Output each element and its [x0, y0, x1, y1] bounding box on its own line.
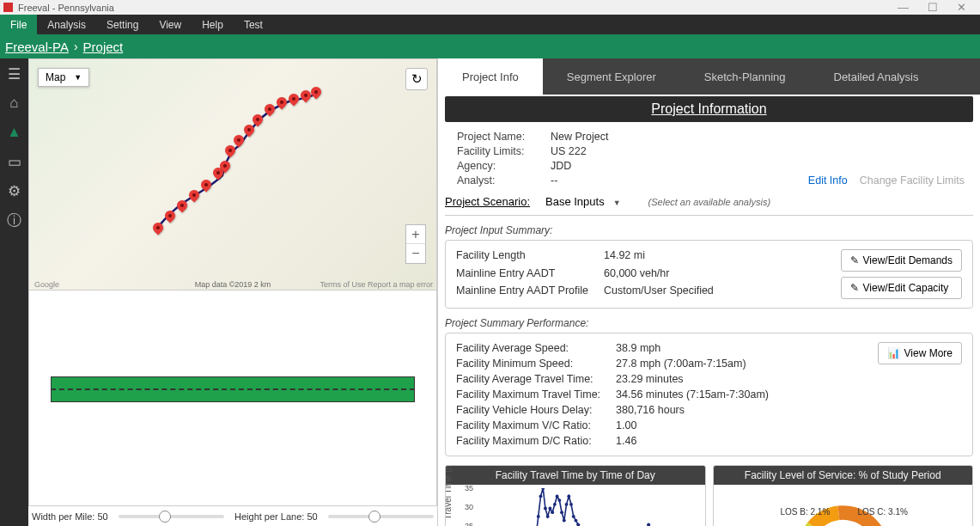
breadcrumb-page[interactable]: Project — [83, 40, 124, 54]
kv-label: Facility Average Speed: — [456, 342, 600, 354]
kv-label: Facility Vehicle Hours Delay: — [456, 404, 600, 416]
svg-point-42 — [569, 503, 573, 506]
chevron-down-icon: ▼ — [74, 73, 82, 82]
kv-value: 34.56 minutes (7:15am-7:30am) — [616, 388, 769, 401]
view-more-button[interactable]: 📊View More — [878, 342, 962, 364]
donut-label: LOS B: 2.1% — [781, 507, 831, 517]
minimize-icon[interactable]: — — [898, 1, 909, 14]
width-slider[interactable] — [119, 515, 224, 518]
svg-point-31 — [544, 507, 547, 511]
facility-diagram[interactable] — [28, 291, 437, 506]
agency-value: JDD — [551, 160, 796, 172]
kv-value: 23.29 minutes — [616, 373, 769, 385]
svg-point-28 — [537, 515, 540, 518]
width-label: Width per Mile: 50 — [32, 511, 108, 522]
chart-icon: 📊 — [887, 347, 900, 359]
kv-label: Mainline Entry AADT Profile — [456, 284, 588, 299]
edit-icon: ✎ — [850, 282, 859, 294]
map-scale: Map data ©2019 2 km — [195, 280, 271, 289]
map-mode-select[interactable]: Map▼ — [38, 68, 89, 87]
zoom-in-button[interactable]: + — [406, 225, 425, 244]
travel-time-chart: Facility Travel Time by Time of Day 1520… — [445, 465, 706, 526]
menu-setting[interactable]: Setting — [96, 15, 149, 34]
kv-value: 380,716 hours — [616, 404, 769, 416]
chevron-right-icon: › — [74, 40, 78, 53]
map-icon[interactable]: ▭ — [6, 153, 23, 170]
svg-point-36 — [556, 494, 559, 498]
titlebar: Freeval - Pennsylvania — ☐ ✕ — [0, 0, 980, 15]
kv-value: 60,000 veh/hr — [604, 267, 714, 282]
road-icon[interactable]: ▲ — [6, 124, 23, 141]
svg-point-75 — [647, 523, 650, 526]
svg-point-29 — [539, 494, 543, 498]
svg-point-30 — [541, 488, 545, 490]
kv-value: 1.00 — [616, 419, 769, 431]
svg-point-41 — [567, 494, 570, 498]
kv-label: Facility Maximum Travel Time: — [456, 388, 600, 401]
menu-analysis[interactable]: Analysis — [37, 15, 96, 34]
analyst-label: Analyst: — [457, 174, 539, 187]
svg-point-32 — [546, 515, 550, 518]
los-chart: Facility Level of Service: % of Study Pe… — [713, 465, 974, 526]
map[interactable]: Map▼ ↻ + − Google Map data ©2019 2 km Te… — [28, 58, 437, 291]
menu-file[interactable]: File — [0, 15, 37, 34]
view-capacity-button[interactable]: ✎View/Edit Capacity — [841, 277, 963, 299]
info-icon[interactable]: ⓘ — [6, 211, 23, 229]
kv-value: 1.46 — [616, 435, 769, 447]
kv-value: Custom/User Specified — [604, 284, 714, 299]
home-icon[interactable]: ⌂ — [6, 95, 23, 112]
svg-point-38 — [560, 511, 563, 514]
app-logo — [3, 3, 13, 12]
svg-point-40 — [565, 503, 569, 506]
svg-point-37 — [557, 498, 561, 502]
kv-label: Facility Length — [456, 249, 588, 264]
maximize-icon[interactable]: ☐ — [928, 1, 938, 14]
agency-label: Agency: — [457, 160, 539, 172]
zoom-out-button[interactable]: − — [406, 244, 425, 263]
tabs: Project Info Segment Explorer Sketch-Pla… — [438, 58, 980, 95]
map-terms[interactable]: Terms of Use Report a map error — [320, 280, 433, 289]
page-title: Project Information — [445, 96, 973, 122]
project-name-label: Project Name: — [457, 131, 539, 143]
scenario-label: Project Scenario: — [445, 195, 530, 208]
diagram-sliders: Width per Mile: 50 Height per Lane: 50 — [28, 506, 437, 526]
kv-label: Facility Maximum D/C Ratio: — [456, 435, 600, 447]
kv-label: Mainline Entry AADT — [456, 267, 588, 282]
breadcrumb-root[interactable]: Freeval-PA — [5, 40, 69, 54]
scenario-hint: (Select an available analysis) — [648, 197, 770, 207]
kv-value: 27.8 mph (7:00am-7:15am) — [616, 358, 769, 370]
menu-view[interactable]: View — [149, 15, 192, 34]
analyst-value: -- — [551, 174, 796, 187]
window-title: Freeval - Pennsylvania — [18, 3, 114, 13]
close-icon[interactable]: ✕ — [957, 1, 966, 14]
breadcrumb: Freeval-PA › Project — [0, 34, 980, 58]
edit-info-link[interactable]: Edit Info — [808, 174, 848, 187]
svg-point-39 — [563, 519, 566, 523]
project-name-value: New Project — [551, 131, 796, 143]
height-label: Height per Lane: 50 — [234, 511, 318, 522]
kv-value: 38.9 mph — [616, 342, 769, 354]
gear-icon[interactable]: ⚙ — [6, 182, 23, 199]
edit-icon: ✎ — [850, 254, 859, 266]
tab-segment-explorer[interactable]: Segment Explorer — [543, 58, 680, 95]
hamburger-icon[interactable]: ☰ — [6, 65, 23, 83]
input-summary-title: Project Input Summary: — [445, 224, 973, 236]
tab-detailed-analysis[interactable]: Detailed Analysis — [810, 58, 943, 95]
height-slider[interactable] — [328, 515, 434, 518]
tab-project-info[interactable]: Project Info — [438, 58, 543, 95]
menu-test[interactable]: Test — [234, 15, 273, 34]
tab-sketch-planning[interactable]: Sketch-Planning — [680, 58, 810, 95]
refresh-icon[interactable]: ↻ — [405, 68, 428, 90]
menubar: File Analysis Setting View Help Test — [0, 15, 980, 34]
map-zoom: + − — [405, 224, 426, 264]
view-demands-button[interactable]: ✎View/Edit Demands — [841, 249, 963, 272]
svg-point-35 — [553, 503, 557, 506]
menu-help[interactable]: Help — [192, 15, 234, 34]
svg-point-44 — [575, 519, 578, 523]
change-limits-link[interactable]: Change Facility Limits — [860, 174, 965, 187]
kv-value: 14.92 mi — [604, 249, 714, 264]
kv-label: Facility Maximum V/C Ratio: — [456, 419, 600, 431]
kv-label: Facility Minimum Speed: — [456, 358, 600, 370]
kv-label: Facility Average Travel Time: — [456, 373, 600, 385]
scenario-select[interactable]: Base Inputs — [542, 193, 636, 210]
